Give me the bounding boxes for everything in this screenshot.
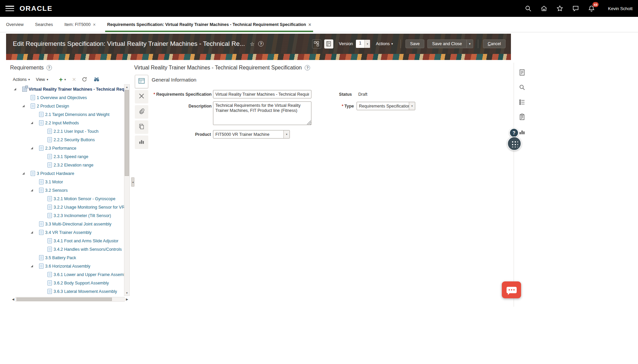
tree-item[interactable]: 3.5 Battery Pack <box>10 253 124 262</box>
tree-item[interactable]: 3 Product Hardware <box>10 169 124 178</box>
save-button[interactable]: Save <box>405 39 425 48</box>
scroll-right-icon[interactable]: ▶ <box>125 298 129 301</box>
tree-item[interactable]: 2.3.2 Elevation range <box>10 161 124 169</box>
notification-badge: 43 <box>593 2 599 7</box>
tree-toolbar: Actions▾ View▾ + ▾ ✕ <box>13 76 100 83</box>
conversations-button[interactable] <box>572 4 580 12</box>
requirements-specification-input[interactable] <box>213 90 311 98</box>
version-select[interactable]: 1 ▾ <box>356 40 370 48</box>
expand-arrow-icon[interactable] <box>22 172 25 175</box>
tree-item[interactable]: 2.3.1 Speed range <box>10 152 124 161</box>
tree-actions-menu[interactable]: Actions▾ <box>13 77 30 82</box>
tree-item[interactable]: 2 Product Design <box>10 102 124 110</box>
horizontal-scrollbar-thumb[interactable] <box>17 298 112 301</box>
help-icon[interactable]: ? <box>47 65 52 70</box>
tree-item-label: 3.2.2 Usage Monitoring Sensor for VR T <box>54 205 124 210</box>
tree-item[interactable]: 3.2.3 Inclinometer (Tilt Sensor) <box>10 211 124 220</box>
tree-item[interactable]: 3.6.3 Lateral Movement Assembly <box>10 287 124 296</box>
general-info-tab[interactable] <box>135 75 148 88</box>
expand-arrow-icon[interactable] <box>31 231 33 234</box>
document-view-button[interactable] <box>324 39 333 49</box>
tree-item[interactable]: 3.2.1 Motion Sensor - Gyroscope <box>10 194 124 203</box>
cancel-button[interactable]: Cancel <box>483 39 506 48</box>
tab-item[interactable]: Item: FIT5000× <box>64 17 96 32</box>
type-select[interactable]: Requirements Specification ▾ <box>357 102 415 110</box>
header-actions-menu[interactable]: Actions▾ <box>376 41 393 46</box>
tree-item-label: 3.1 Motor <box>45 180 63 184</box>
tree-item[interactable]: 2.3 Performance <box>10 144 124 152</box>
tree-view-menu[interactable]: View▾ <box>36 77 48 82</box>
tree-item[interactable]: 3.6 Horizontal Assembly <box>10 262 124 270</box>
product-select[interactable]: FIT5000 VR Trainer Machine ▾ <box>213 130 290 139</box>
help-icon[interactable]: ? <box>258 41 264 47</box>
requirements-list-button[interactable] <box>516 97 528 109</box>
collapse-panel-icon[interactable]: ◂ <box>131 177 134 187</box>
document-view-icon <box>326 41 332 47</box>
expand-arrow-icon[interactable] <box>31 122 33 124</box>
add-button[interactable]: + <box>59 76 63 83</box>
document-title: Virtual Reality Trainer Machines - Techn… <box>134 65 302 71</box>
tree-item[interactable]: 1 Overview and Objectives <box>10 93 124 102</box>
user-menu[interactable]: Kevin Schott <box>608 6 633 11</box>
required-asterisk: * <box>154 92 155 97</box>
tree-item[interactable]: 3.2 Sensors <box>10 186 124 194</box>
search-button[interactable] <box>524 4 532 12</box>
tree-horizontal-scrollbar[interactable]: ◀ ▶ <box>11 297 129 302</box>
navigator-menu-icon[interactable] <box>5 5 14 12</box>
expand-arrow-icon[interactable] <box>22 105 25 107</box>
panel-layout-button[interactable] <box>312 39 321 49</box>
tab-overview[interactable]: Overview <box>6 17 24 32</box>
favorites-button[interactable] <box>556 4 564 12</box>
clipboard-button[interactable] <box>516 112 528 123</box>
notes-button[interactable] <box>516 67 528 79</box>
copy-tab[interactable] <box>135 120 148 134</box>
tab-searches[interactable]: Searches <box>35 17 53 32</box>
tree-item[interactable]: 3.4.1 Foot and Arms Slide Adjustor <box>10 237 124 245</box>
expand-arrow-icon[interactable] <box>31 265 33 267</box>
requirement-icon <box>39 255 43 260</box>
tree-item[interactable]: 2.2.2 Security Buttons <box>10 135 124 144</box>
find-button[interactable] <box>93 76 100 83</box>
tree-item[interactable]: 3.4 VR Trainer Assembly <box>10 228 124 237</box>
tree-item[interactable]: 3.3 Multi-Directional Joint assembly <box>10 220 124 228</box>
scroll-up-icon[interactable]: ▲ <box>124 85 129 90</box>
tree-item[interactable]: 2.2.1 User Input - Touch <box>10 127 124 135</box>
tree-item[interactable]: 3.2.2 Usage Monitoring Sensor for VR T <box>10 203 124 211</box>
tree-item[interactable]: 3.4.2 Handles with Sensors/Controls <box>10 245 124 253</box>
tree-item[interactable]: 3.1 Motor <box>10 178 124 186</box>
horizontal-scrollbar-track[interactable] <box>16 297 125 302</box>
save-and-close-menu-icon[interactable]: ▾ <box>466 39 474 48</box>
expand-arrow-icon[interactable] <box>31 147 33 149</box>
save-and-close-button[interactable]: Save and Close <box>427 39 466 48</box>
description-textarea[interactable]: Technical Requirements for the Virtual R… <box>213 101 311 125</box>
tree-item[interactable]: 3.6.1 Lower and Upper Frame Assembly <box>10 270 124 279</box>
cancel-label: Cancel <box>488 41 501 46</box>
analytics-tab[interactable] <box>135 135 148 149</box>
tab-requirements-specification[interactable]: Requirements Specification: Virtual Real… <box>107 17 311 32</box>
scroll-left-icon[interactable]: ◀ <box>11 298 16 301</box>
chat-widget-button[interactable] <box>502 281 521 298</box>
search-icon <box>524 5 532 12</box>
tree-item[interactable]: 2.1 Target Dimensions and Weight <box>10 110 124 119</box>
tree-item[interactable]: 2.2 Input Methods <box>10 119 124 127</box>
add-menu-icon[interactable]: ▾ <box>64 78 66 81</box>
home-button[interactable] <box>540 4 548 12</box>
refresh-button[interactable] <box>82 77 87 82</box>
expand-arrow-icon[interactable] <box>31 189 33 191</box>
favorite-star-icon[interactable]: ☆ <box>250 41 254 47</box>
tab-close-icon[interactable]: × <box>93 22 96 27</box>
expand-arrow-icon[interactable] <box>14 88 16 90</box>
quick-actions-waffle-button[interactable] <box>507 136 521 151</box>
help-fab-button[interactable]: ? <box>509 128 519 138</box>
help-icon[interactable]: ? <box>305 65 310 70</box>
vertical-scrollbar-thumb[interactable] <box>125 90 129 176</box>
tab-close-icon[interactable]: × <box>308 22 311 27</box>
find-button[interactable] <box>516 82 528 94</box>
scroll-down-icon[interactable]: ▼ <box>124 291 129 296</box>
delete-button[interactable]: ✕ <box>72 77 77 83</box>
tree-vertical-scrollbar[interactable]: ▲ ▼ <box>124 84 130 296</box>
notifications-button[interactable]: 43 <box>587 4 596 12</box>
save-and-close-split-button: Save and Close ▾ <box>427 39 473 48</box>
tree-item[interactable]: 3.6.2 Body Support Assembly <box>10 279 124 287</box>
tree-item[interactable]: Virtual Reality Trainer Machines - Techn… <box>10 85 124 93</box>
